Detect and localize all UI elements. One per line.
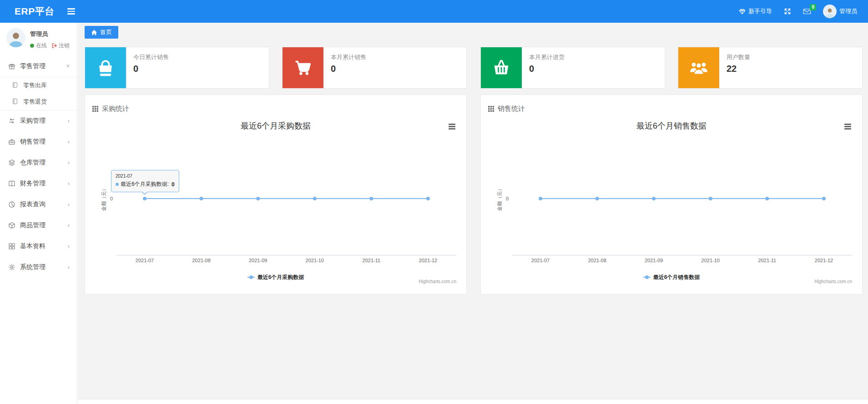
legend-line-icon	[247, 277, 255, 278]
fullscreen-icon	[784, 8, 791, 15]
page-footer	[78, 399, 868, 404]
sidebar-item-products[interactable]: 商品管理 ‹	[0, 215, 77, 236]
navbar-right: 新手引导 0 管理员	[739, 5, 857, 18]
data-point-marker[interactable]	[595, 197, 599, 200]
chevron-left-icon: ‹	[68, 201, 70, 208]
messages-button[interactable]: 0	[803, 8, 811, 15]
chevron-down-icon: ˅	[66, 63, 70, 70]
chart-title: 最近6个月销售数据	[488, 120, 855, 131]
file-icon	[12, 98, 19, 105]
sales-chart: 最近6个月销售数据 金额（元） 最近6个月销售数据 Highcharts.com…	[488, 116, 855, 287]
chart-credits[interactable]: Highcharts.com.cn	[419, 279, 456, 284]
tooltip-series-label: 最近6个月采购数据:	[121, 180, 169, 188]
top-navbar: ERP平台 新手引导 0 管理员	[0, 0, 868, 23]
cart-icon	[283, 47, 323, 88]
x-axis-label: 2021-12	[410, 258, 446, 263]
sidebar: 管理员 在线 注销 零售管理 ˅ 零售出库	[0, 23, 77, 404]
panel-title: 采购统计	[102, 105, 129, 113]
sidebar-item-system[interactable]: 系统管理 ‹	[0, 257, 77, 278]
legend-item[interactable]: 最近6个月销售数据	[643, 274, 700, 281]
data-point-marker[interactable]	[369, 197, 373, 200]
fullscreen-button[interactable]	[784, 8, 791, 15]
sidebar-item-basic-data[interactable]: 基本资料 ‹	[0, 236, 77, 257]
tab-home[interactable]: 首页	[85, 26, 118, 39]
sidebar-item-label: 零售管理	[20, 62, 66, 70]
tab-home-label: 首页	[100, 28, 112, 36]
stat-card-month-sales[interactable]: 本月累计销售 0	[282, 47, 467, 89]
legend-item[interactable]: 最近6个月采购数据	[247, 274, 304, 281]
chart-export-menu-icon[interactable]	[447, 122, 457, 131]
sidebar-item-purchase[interactable]: 采购管理 ‹	[0, 110, 77, 131]
data-point-marker[interactable]	[143, 197, 146, 200]
sidebar-item-reports[interactable]: 报表查询 ‹	[0, 194, 77, 215]
app-logo: ERP平台	[15, 5, 55, 18]
th-grid-icon	[488, 106, 494, 112]
sidebar-item-retail-return[interactable]: 零售退货	[0, 94, 77, 110]
x-axis-label: 2021-07	[126, 258, 163, 263]
stat-label: 今日累计销售	[133, 53, 169, 61]
retail-submenu: 零售出库 零售退货	[0, 77, 77, 110]
sidebar-item-warehouse[interactable]: 仓库管理 ‹	[0, 152, 77, 173]
exchange-icon	[8, 117, 15, 125]
data-point-marker[interactable]	[652, 197, 656, 200]
data-point-marker[interactable]	[426, 197, 430, 200]
guide-label: 新手引导	[748, 7, 772, 15]
data-point-marker[interactable]	[256, 197, 260, 200]
x-axis-label: 2021-10	[692, 258, 729, 263]
chevron-left-icon: ‹	[68, 222, 70, 229]
chevron-left-icon: ‹	[68, 243, 70, 249]
stat-card-today-sales[interactable]: 今日累计销售 0	[85, 47, 269, 89]
users-icon	[678, 47, 719, 88]
sidebar-user-panel: 管理员 在线 注销	[0, 23, 77, 54]
x-axis-label: 2021-09	[636, 258, 672, 263]
online-status-label: 在线	[36, 42, 47, 50]
chart-tooltip: 2021-07 最近6个月采购数据: 0	[111, 170, 179, 192]
grid-icon	[8, 243, 15, 250]
home-icon	[91, 30, 97, 35]
chart-legend: 最近6个月销售数据	[488, 271, 855, 281]
stat-card-month-purchases[interactable]: 本月累计进货 0	[480, 47, 665, 89]
x-axis-label: 2021-09	[240, 258, 276, 263]
guide-button[interactable]: 新手引导	[739, 7, 772, 15]
logout-button[interactable]: 注销	[51, 42, 70, 50]
data-point-marker[interactable]	[539, 197, 542, 200]
stat-value: 0	[331, 64, 366, 74]
chart-export-menu-icon[interactable]	[843, 122, 853, 131]
panel-purchase-stats: 采购统计 最近6个月采购数据 金额（元） 2021-07 最近6个月采购数据: …	[85, 95, 467, 294]
navbar-left: ERP平台	[15, 5, 75, 18]
data-point-marker[interactable]	[822, 197, 826, 200]
data-point-marker[interactable]	[709, 197, 712, 200]
file-icon	[12, 82, 19, 89]
layers-icon	[8, 159, 15, 166]
data-point-marker[interactable]	[200, 197, 203, 200]
user-menu[interactable]: 管理员	[823, 5, 857, 18]
tooltip-value: 0	[172, 181, 175, 188]
avatar	[6, 28, 25, 47]
x-axis-label: 2021-12	[806, 258, 842, 263]
chevron-left-icon: ‹	[68, 139, 70, 145]
sidebar-item-finance[interactable]: 财务管理 ‹	[0, 173, 77, 194]
sidebar-menu: 零售管理 ˅ 零售出库 零售退货 采购管理 ‹	[0, 56, 77, 278]
chevron-left-icon: ‹	[68, 264, 70, 270]
sidebar-toggle-icon[interactable]	[67, 8, 75, 15]
legend-label: 最近6个月采购数据	[257, 274, 304, 281]
panel-sales-stats: 销售统计 最近6个月销售数据 金额（元） 最近6个月销售数据 Highchart…	[480, 95, 863, 294]
data-point-marker[interactable]	[765, 197, 769, 200]
tooltip-date: 2021-07	[116, 174, 175, 179]
stat-label: 用户数量	[727, 53, 750, 61]
sidebar-item-retail-outbound[interactable]: 零售出库	[0, 77, 77, 94]
main-content: 首页 今日累计销售 0 本月累计销售 0 本月累计进货 0	[78, 23, 868, 404]
sidebar-item-retail[interactable]: 零售管理 ˅	[0, 56, 77, 77]
stat-card-user-count[interactable]: 用户数量 22	[678, 47, 863, 89]
tooltip-arrow	[141, 192, 148, 195]
data-point-marker[interactable]	[313, 197, 317, 200]
chart-credits[interactable]: Highcharts.com.cn	[814, 279, 852, 284]
sidebar-item-sales[interactable]: 销售管理 ‹	[0, 131, 77, 152]
username-label: 管理员	[839, 7, 857, 15]
x-axis-label: 2021-08	[183, 258, 220, 263]
diamond-icon	[739, 8, 746, 15]
avatar	[823, 5, 837, 18]
basket-icon	[481, 47, 522, 88]
x-axis-label: 2021-10	[297, 258, 333, 263]
message-count-badge: 0	[810, 4, 816, 10]
